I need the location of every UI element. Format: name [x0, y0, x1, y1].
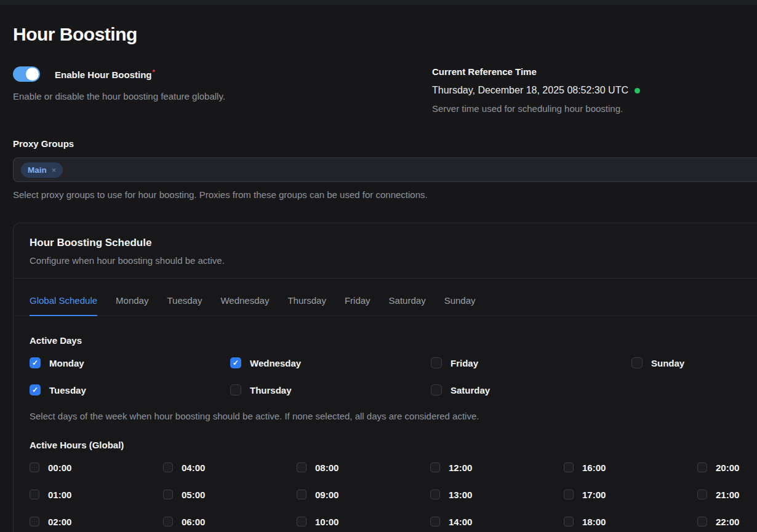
hour-checkbox-label: 10:00: [315, 517, 338, 527]
proxy-groups-label: Proxy Groups: [13, 138, 757, 149]
hour-checkbox-label: 00:00: [48, 463, 71, 473]
schedule-tab-bar: Global ScheduleMondayTuesdayWednesdayThu…: [14, 279, 757, 316]
hour-checkbox-label: 01:00: [48, 490, 71, 500]
checkbox-unchecked-icon[interactable]: [163, 490, 173, 499]
hour-checkbox-04-00[interactable]: 04:00: [163, 461, 297, 474]
hour-checkbox-21-00[interactable]: 21:00: [697, 488, 757, 501]
checkbox-unchecked-icon[interactable]: [163, 463, 173, 472]
day-checkbox-label: Saturday: [451, 385, 490, 395]
checkbox-unchecked-icon[interactable]: [697, 463, 707, 472]
checkbox-unchecked-icon[interactable]: [564, 490, 574, 499]
hour-checkbox-09-00[interactable]: 09:00: [297, 488, 430, 501]
checkbox-checked-icon[interactable]: ✓: [30, 357, 41, 368]
hour-checkbox-label: 04:00: [182, 463, 205, 473]
chip-label: Main: [28, 165, 47, 175]
status-dot-icon: [635, 88, 640, 93]
checkbox-unchecked-icon[interactable]: [30, 490, 39, 499]
hour-checkbox-18-00[interactable]: 18:00: [564, 515, 697, 528]
tab-saturday[interactable]: Saturday: [389, 295, 426, 316]
hour-checkbox-16-00[interactable]: 16:00: [564, 461, 697, 474]
hour-checkbox-22-00[interactable]: 22:00: [697, 515, 757, 528]
active-hours-grid: 00:0004:0008:0012:0016:0020:0001:0005:00…: [30, 461, 741, 528]
checkbox-unchecked-icon[interactable]: [230, 384, 241, 395]
hour-checkbox-label: 16:00: [582, 463, 606, 473]
hour-checkbox-label: 14:00: [449, 517, 472, 527]
hour-checkbox-12-00[interactable]: 12:00: [430, 461, 564, 474]
proxy-groups-section: Proxy Groups Main × Select proxy groups …: [13, 138, 757, 200]
hour-checkbox-08-00[interactable]: 08:00: [297, 461, 430, 474]
reference-time-title: Current Reference Time: [432, 66, 757, 77]
checkbox-unchecked-icon[interactable]: [430, 490, 440, 499]
required-asterisk: *: [153, 68, 155, 76]
checkbox-unchecked-icon[interactable]: [297, 463, 306, 472]
tab-global-schedule[interactable]: Global Schedule: [30, 295, 97, 316]
schedule-card-subtitle: Configure when hour boosting should be a…: [30, 255, 741, 266]
hour-checkbox-13-00[interactable]: 13:00: [430, 488, 564, 501]
tab-sunday[interactable]: Sunday: [444, 295, 476, 316]
hour-checkbox-label: 06:00: [182, 517, 205, 527]
day-checkbox-saturday[interactable]: Saturday: [431, 383, 631, 397]
checkbox-unchecked-icon[interactable]: [30, 517, 39, 526]
checkbox-unchecked-icon[interactable]: [631, 357, 643, 368]
hour-checkbox-06-00[interactable]: 06:00: [163, 515, 297, 528]
checkbox-unchecked-icon[interactable]: [163, 517, 173, 526]
proxy-groups-input[interactable]: Main ×: [13, 157, 757, 182]
enable-toggle-row: Enable Hour Boosting*: [13, 66, 432, 82]
hour-checkbox-01-00[interactable]: 01:00: [30, 488, 163, 501]
hour-checkbox-02-00[interactable]: 02:00: [30, 515, 163, 528]
checkbox-unchecked-icon[interactable]: [430, 517, 440, 526]
reference-time-section: Current Reference Time Thursday, Decembe…: [432, 66, 757, 114]
enable-hour-boosting-toggle[interactable]: [13, 66, 40, 82]
checkbox-unchecked-icon[interactable]: [297, 490, 306, 499]
hour-boosting-schedule-card: Hour Boosting Schedule Configure when ho…: [13, 223, 757, 532]
checkbox-unchecked-icon[interactable]: [431, 357, 442, 368]
day-checkbox-label: Monday: [49, 358, 84, 368]
chip-remove-icon[interactable]: ×: [52, 165, 57, 175]
top-strip: [0, 0, 757, 5]
reference-time-value: Thursday, December 18, 2025 08:52:30 UTC: [432, 85, 757, 96]
tab-monday[interactable]: Monday: [116, 295, 148, 316]
day-checkbox-thursday[interactable]: Thursday: [230, 383, 431, 397]
checkbox-checked-icon[interactable]: ✓: [230, 357, 241, 368]
page-title: Hour Boosting: [13, 24, 757, 45]
checkbox-unchecked-icon[interactable]: [297, 517, 306, 526]
tab-thursday[interactable]: Thursday: [287, 295, 326, 316]
proxy-group-chip-main[interactable]: Main ×: [21, 162, 63, 178]
checkbox-checked-icon[interactable]: ✓: [30, 384, 41, 395]
day-checkbox-wednesday[interactable]: ✓Wednesday: [230, 356, 431, 370]
checkbox-unchecked-icon[interactable]: [564, 517, 574, 526]
day-checkbox-monday[interactable]: ✓Monday: [30, 356, 230, 370]
hour-checkbox-10-00[interactable]: 10:00: [297, 515, 430, 528]
page-content: Hour Boosting Enable Hour Boosting* Enab…: [0, 24, 757, 532]
proxy-groups-description: Select proxy groups to use for hour boos…: [13, 189, 757, 200]
tab-friday[interactable]: Friday: [345, 295, 370, 316]
reference-time-description: Server time used for scheduling hour boo…: [432, 103, 757, 114]
checkbox-unchecked-icon[interactable]: [697, 517, 707, 526]
day-checkbox-label: Wednesday: [250, 358, 301, 368]
day-checkbox-tuesday[interactable]: ✓Tuesday: [30, 383, 230, 397]
checkbox-unchecked-icon[interactable]: [430, 463, 440, 472]
tab-tuesday[interactable]: Tuesday: [167, 295, 202, 316]
schedule-card-title: Hour Boosting Schedule: [30, 237, 741, 249]
hour-checkbox-14-00[interactable]: 14:00: [430, 515, 564, 528]
active-days-grid: ✓Monday✓WednesdayFridaySunday✓TuesdayThu…: [30, 356, 741, 397]
schedule-card-header: Hour Boosting Schedule Configure when ho…: [14, 223, 757, 279]
enable-section: Enable Hour Boosting* Enable or disable …: [13, 66, 432, 114]
hour-checkbox-05-00[interactable]: 05:00: [163, 488, 297, 501]
global-schedule-panel: Active Days ✓Monday✓WednesdayFridaySunda…: [14, 316, 757, 528]
active-hours-section: Active Hours (Global) 00:0004:0008:0012:…: [30, 440, 741, 528]
checkbox-unchecked-icon[interactable]: [564, 463, 574, 472]
hour-checkbox-00-00[interactable]: 00:00: [30, 461, 163, 474]
checkbox-unchecked-icon[interactable]: [697, 490, 707, 499]
day-checkbox-friday[interactable]: Friday: [431, 356, 631, 370]
hour-checkbox-label: 21:00: [716, 490, 739, 500]
checkbox-unchecked-icon[interactable]: [30, 463, 39, 472]
hour-checkbox-label: 05:00: [182, 490, 205, 500]
hour-checkbox-label: 08:00: [315, 463, 338, 473]
day-checkbox-sunday[interactable]: Sunday: [631, 356, 757, 370]
checkbox-unchecked-icon[interactable]: [431, 384, 442, 395]
hour-checkbox-20-00[interactable]: 20:00: [697, 461, 757, 474]
hour-checkbox-17-00[interactable]: 17:00: [564, 488, 697, 501]
active-days-label: Active Days: [30, 335, 741, 346]
tab-wednesday[interactable]: Wednesday: [220, 295, 269, 316]
